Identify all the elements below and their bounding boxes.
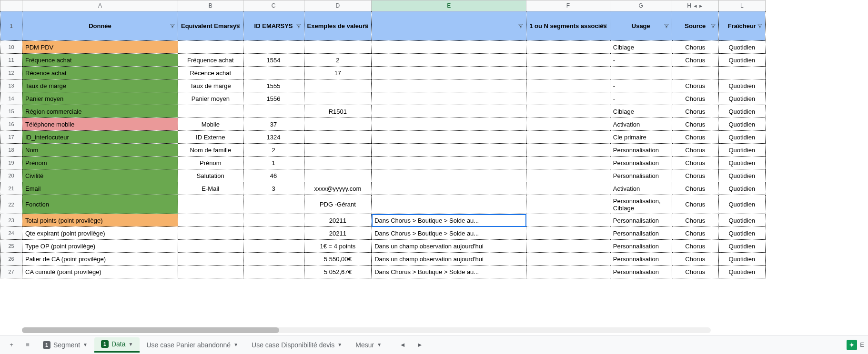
- cell-H[interactable]: Chorus: [672, 182, 718, 195]
- cell-F[interactable]: [526, 182, 610, 195]
- header-cell-F[interactable]: 1 ou N segments associés: [526, 11, 610, 41]
- header-cell-L[interactable]: Fraîcheur: [718, 11, 765, 41]
- cell-L[interactable]: Quotidien: [718, 105, 765, 118]
- sheet-tab[interactable]: Use case Panier abandonné▼: [140, 337, 245, 353]
- cell-A[interactable]: Téléphone mobile: [22, 118, 178, 131]
- cell-C[interactable]: 1555: [243, 79, 304, 92]
- cell-A[interactable]: Civilité: [22, 169, 178, 182]
- cell-C[interactable]: 46: [243, 169, 304, 182]
- cell-C[interactable]: [243, 266, 304, 278]
- cell-G[interactable]: Ciblage: [610, 105, 672, 118]
- cell-A[interactable]: Taux de marge: [22, 79, 178, 92]
- cell-D[interactable]: [304, 79, 372, 92]
- cell-L[interactable]: Quotidien: [718, 54, 765, 67]
- cell-C[interactable]: 3: [243, 182, 304, 195]
- row-number[interactable]: 21: [0, 182, 22, 195]
- cell-B[interactable]: Récence achat: [178, 67, 243, 79]
- filter-icon[interactable]: [601, 23, 608, 30]
- cell-F[interactable]: [526, 195, 610, 214]
- cell-C[interactable]: [243, 227, 304, 240]
- cell-B[interactable]: Panier moyen: [178, 92, 243, 105]
- cell-F[interactable]: [526, 214, 610, 227]
- cell-L[interactable]: Quotidien: [718, 266, 765, 278]
- cell-L[interactable]: Quotidien: [718, 118, 765, 131]
- cell-G[interactable]: Personnalisation: [610, 266, 672, 278]
- col-header-A[interactable]: A: [22, 0, 178, 11]
- cell-H[interactable]: Chorus: [672, 227, 718, 240]
- cell-A[interactable]: Prénom: [22, 157, 178, 169]
- cell-B[interactable]: [178, 253, 243, 266]
- cell-D[interactable]: 5 052,67€: [304, 266, 372, 278]
- cell-H[interactable]: Chorus: [672, 157, 718, 169]
- chevron-down-icon[interactable]: ▼: [377, 342, 382, 347]
- cell-D[interactable]: 17: [304, 67, 372, 79]
- cell-C[interactable]: 2: [243, 144, 304, 157]
- header-cell-A[interactable]: Donnée: [22, 11, 178, 41]
- cell-A[interactable]: Qte expirant (point provilège): [22, 227, 178, 240]
- col-header-L[interactable]: L: [718, 0, 765, 11]
- cell-A[interactable]: Palier de CA (point provilège): [22, 253, 178, 266]
- cell-D[interactable]: 20211: [304, 214, 372, 227]
- cell-E[interactable]: [372, 131, 526, 144]
- row-number[interactable]: 17: [0, 131, 22, 144]
- cell-L[interactable]: Quotidien: [718, 195, 765, 214]
- cell-A[interactable]: CA cumulé (point provilège): [22, 266, 178, 278]
- cell-F[interactable]: [526, 92, 610, 105]
- cell-H[interactable]: [672, 67, 718, 79]
- cell-G[interactable]: -: [610, 92, 672, 105]
- row-number[interactable]: 11: [0, 54, 22, 67]
- filter-icon[interactable]: [169, 23, 176, 30]
- cell-B[interactable]: Fréquence achat: [178, 54, 243, 67]
- cell-G[interactable]: Personnalisation: [610, 144, 672, 157]
- cell-G[interactable]: Cle primaire: [610, 131, 672, 144]
- row-number[interactable]: 16: [0, 118, 22, 131]
- cell-E[interactable]: [372, 144, 526, 157]
- row-number[interactable]: 22: [0, 195, 22, 214]
- cell-C[interactable]: [243, 195, 304, 214]
- cell-L[interactable]: Quotidien: [718, 79, 765, 92]
- cell-B[interactable]: Salutation: [178, 169, 243, 182]
- cell-E[interactable]: [372, 92, 526, 105]
- cell-B[interactable]: [178, 41, 243, 54]
- cell-F[interactable]: [526, 227, 610, 240]
- cell-C[interactable]: 1: [243, 157, 304, 169]
- sheet-tab[interactable]: Use case Disponibilité devis▼: [245, 337, 349, 353]
- row-number[interactable]: 12: [0, 67, 22, 79]
- cell-E[interactable]: [372, 67, 526, 79]
- cell-E[interactable]: [372, 54, 526, 67]
- cell-A[interactable]: ID_interlocuteur: [22, 131, 178, 144]
- cell-L[interactable]: Quotidien: [718, 253, 765, 266]
- row-number[interactable]: 13: [0, 79, 22, 92]
- row-number[interactable]: 18: [0, 144, 22, 157]
- cell-E[interactable]: Dans Chorus > Boutique > Solde au...: [372, 266, 526, 278]
- cell-G[interactable]: Personnalisation: [610, 240, 672, 253]
- filter-icon[interactable]: [363, 23, 369, 30]
- cell-D[interactable]: 20211: [304, 227, 372, 240]
- filter-icon[interactable]: [757, 23, 763, 30]
- cell-F[interactable]: [526, 54, 610, 67]
- cell-L[interactable]: Quotidien: [718, 169, 765, 182]
- cell-F[interactable]: [526, 105, 610, 118]
- cell-H[interactable]: Chorus: [672, 240, 718, 253]
- cell-L[interactable]: Quotidien: [718, 144, 765, 157]
- cell-C[interactable]: 1324: [243, 131, 304, 144]
- cell-E[interactable]: [372, 195, 526, 214]
- cell-D[interactable]: [304, 169, 372, 182]
- cell-L[interactable]: Quotidien: [718, 182, 765, 195]
- cell-B[interactable]: [178, 214, 243, 227]
- cell-B[interactable]: [178, 227, 243, 240]
- cell-E[interactable]: [372, 118, 526, 131]
- row-number[interactable]: 1: [0, 11, 22, 41]
- spreadsheet-grid[interactable]: A B C D E F G H ◄ ► L: [0, 0, 766, 278]
- cell-G[interactable]: [610, 67, 672, 79]
- row-number[interactable]: 20: [0, 169, 22, 182]
- row-number[interactable]: 24: [0, 227, 22, 240]
- cell-D[interactable]: [304, 157, 372, 169]
- cell-F[interactable]: [526, 157, 610, 169]
- chevron-down-icon[interactable]: ▼: [129, 342, 133, 347]
- col-header-H[interactable]: H ◄ ►: [672, 0, 718, 11]
- cell-D[interactable]: [304, 144, 372, 157]
- cell-F[interactable]: [526, 131, 610, 144]
- cell-E[interactable]: [372, 41, 526, 54]
- add-sheet-button[interactable]: +: [4, 337, 19, 353]
